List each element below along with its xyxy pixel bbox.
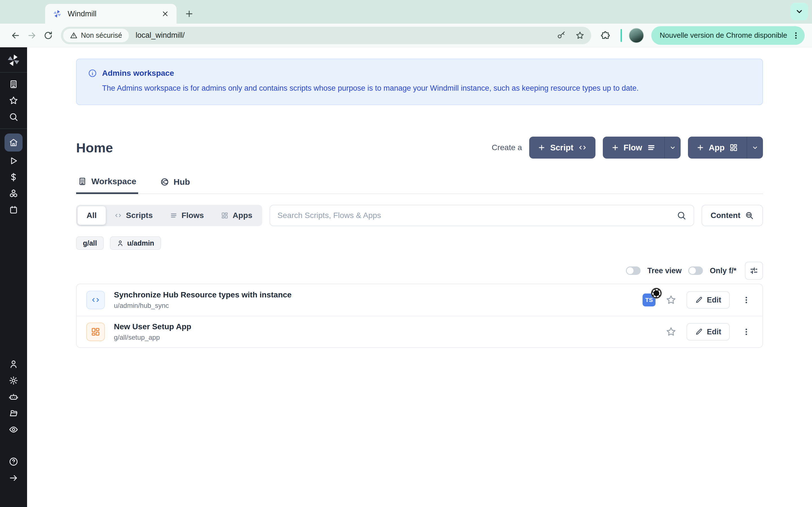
favorite-star-icon[interactable] <box>666 327 676 337</box>
filter-flows[interactable]: Flows <box>161 206 212 225</box>
tab-workspace-label: Workspace <box>91 177 137 186</box>
create-script-label: Script <box>550 143 573 152</box>
layout-grid-icon <box>221 212 229 219</box>
tree-view-toggle[interactable] <box>626 267 641 275</box>
sidebar-item-help[interactable] <box>0 453 27 470</box>
sidebar-item-home[interactable] <box>4 133 22 152</box>
sidebar-expand-arrow-icon[interactable] <box>0 470 27 486</box>
sidebar-item-audit-logs[interactable] <box>0 421 27 438</box>
create-app-label: App <box>709 143 725 152</box>
busy-cursor <box>650 287 663 300</box>
edit-button[interactable]: Edit <box>687 291 730 309</box>
filter-scripts[interactable]: Scripts <box>106 206 161 225</box>
search-code-icon <box>745 211 754 220</box>
sidebar-item-schedules[interactable] <box>0 202 27 218</box>
windmill-favicon-icon <box>52 9 62 18</box>
type-filter-group: All Scripts Flows Apps <box>76 205 262 226</box>
sidebar <box>0 47 27 507</box>
pencil-icon <box>695 328 703 336</box>
only-f-toggle[interactable] <box>688 267 703 275</box>
sidebar-item-runs[interactable] <box>0 153 27 169</box>
item-menu-kebab-icon[interactable] <box>740 296 753 304</box>
reload-button[interactable] <box>40 27 56 44</box>
edit-button[interactable]: Edit <box>687 323 730 341</box>
create-a-label: Create a <box>492 143 522 152</box>
extensions-puzzle-icon[interactable] <box>598 27 614 44</box>
main-area: Admins workspace The Admins workspace is… <box>27 47 812 507</box>
security-chip[interactable]: Non sécurisé <box>63 29 129 42</box>
filter-all[interactable]: All <box>78 206 106 225</box>
item-title[interactable]: New User Setup App <box>114 322 191 331</box>
url-text[interactable]: local_windmill/ <box>136 31 185 40</box>
admins-workspace-banner: Admins workspace The Admins workspace is… <box>76 59 763 105</box>
items-list: Synchronize Hub Resource types with inst… <box>76 284 763 348</box>
list-item-script[interactable]: Synchronize Hub Resource types with inst… <box>77 284 762 316</box>
content-search-button[interactable]: Content <box>702 205 763 226</box>
view-tabs: Workspace Hub <box>76 177 763 194</box>
list-item-app[interactable]: New User Setup App g/all/setup_app Edit <box>77 316 762 347</box>
building-icon <box>78 177 87 186</box>
create-flow-dropdown[interactable] <box>664 136 680 159</box>
plus-icon <box>611 144 619 152</box>
create-script-button[interactable]: Script <box>529 136 595 159</box>
address-bar[interactable]: Non sécurisé local_windmill/ <box>61 27 591 44</box>
owner-tag-group[interactable]: g/all <box>76 236 104 250</box>
new-tab-button[interactable] <box>185 9 194 18</box>
flow-bars-icon <box>647 143 656 152</box>
item-title[interactable]: Synchronize Hub Resource types with inst… <box>114 290 292 299</box>
sidebar-item-settings[interactable] <box>0 372 27 389</box>
chrome-update-button[interactable]: Nouvelle version de Chrome disponible <box>651 26 805 45</box>
tab-close-icon[interactable] <box>161 10 169 18</box>
browser-menu-kebab-icon[interactable] <box>792 31 800 40</box>
item-menu-kebab-icon[interactable] <box>740 328 753 336</box>
browser-tab[interactable]: Windmill <box>45 4 176 24</box>
only-f-label: Only f/* <box>710 267 737 275</box>
display-settings-button[interactable] <box>745 262 763 280</box>
browser-tab-strip: Windmill <box>0 0 812 24</box>
browser-toolbar: Non sécurisé local_windmill/ Nouvelle ve… <box>0 24 812 47</box>
search-input[interactable] <box>277 211 677 220</box>
create-app-button[interactable]: App <box>688 136 763 159</box>
filter-apps[interactable]: Apps <box>212 206 261 225</box>
globe-icon <box>160 177 169 186</box>
pencil-icon <box>695 296 703 304</box>
profile-avatar[interactable] <box>629 28 644 43</box>
create-flow-label: Flow <box>624 143 642 152</box>
create-app-dropdown[interactable] <box>747 136 763 159</box>
person-icon <box>117 240 124 247</box>
create-flow-button[interactable]: Flow <box>603 136 680 159</box>
owner-tag-user[interactable]: u/admin <box>110 236 161 250</box>
sidebar-item-workspace[interactable] <box>0 76 27 93</box>
back-button[interactable] <box>7 27 24 44</box>
info-icon <box>88 69 97 78</box>
app-type-icon <box>86 323 105 341</box>
security-label: Non sécurisé <box>81 31 122 40</box>
sidebar-item-variables[interactable] <box>0 169 27 185</box>
search-box[interactable] <box>269 205 694 226</box>
plus-icon <box>696 144 704 152</box>
sidebar-item-search[interactable] <box>0 109 27 125</box>
forward-button[interactable] <box>24 27 40 44</box>
sidebar-item-resources[interactable] <box>0 185 27 202</box>
tab-hub-label: Hub <box>174 177 190 187</box>
bookmark-star-icon[interactable] <box>575 31 585 40</box>
sidebar-item-folders[interactable] <box>0 405 27 421</box>
windmill-logo-icon[interactable] <box>6 52 21 69</box>
item-path: u/admin/hub_sync <box>114 302 292 309</box>
sidebar-divider <box>0 72 27 73</box>
favorite-star-icon[interactable] <box>666 295 676 305</box>
content-button-label: Content <box>711 211 741 220</box>
plus-icon <box>538 144 546 152</box>
sidebar-divider <box>0 128 27 129</box>
tab-hub[interactable]: Hub <box>158 177 192 193</box>
tab-workspace[interactable]: Workspace <box>76 177 138 194</box>
tab-search-button[interactable] <box>791 3 808 20</box>
script-type-icon <box>86 291 105 309</box>
password-key-icon[interactable] <box>557 31 566 40</box>
toolbar-separator <box>620 29 622 42</box>
code-icon <box>578 143 587 152</box>
sidebar-item-users[interactable] <box>0 356 27 372</box>
item-path: g/all/setup_app <box>114 334 191 341</box>
sidebar-item-workers[interactable] <box>0 389 27 405</box>
sidebar-item-favorites[interactable] <box>0 93 27 109</box>
